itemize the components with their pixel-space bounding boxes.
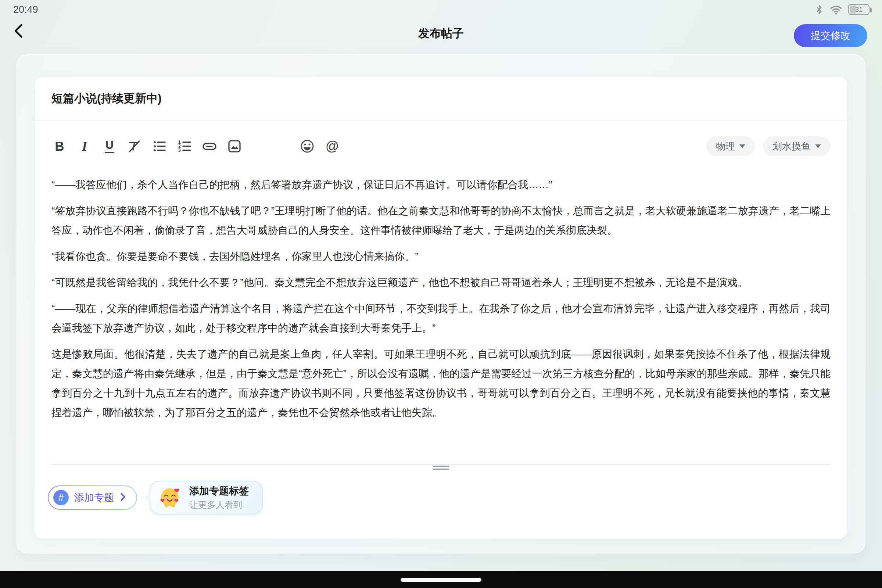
home-indicator[interactable]	[400, 578, 482, 582]
add-topic-button[interactable]: # 添加专题	[48, 486, 137, 510]
page-title: 发布帖子	[0, 26, 882, 41]
svg-text:3: 3	[178, 148, 181, 153]
post-body-editor[interactable]: “——我答应他们，杀个人当作自己的把柄，然后签署放弃遗产协议，保证日后不再追讨。…	[35, 172, 847, 462]
paragraph: “我看你也贪。你要是要命不要钱，去国外隐姓埋名，你家里人也没心情来搞你。”	[51, 247, 831, 266]
drag-handle[interactable]	[433, 466, 449, 471]
paragraph: “——我答应他们，杀个人当作自己的把柄，然后签署放弃遗产协议，保证日后不再追讨。…	[51, 175, 831, 194]
status-icons: 31	[814, 4, 870, 15]
paragraph: “可既然是我爸留给我的，我凭什么不要？”他问。秦文慧完全不想放弃这巨额遗产，他也…	[51, 273, 831, 292]
image-icon[interactable]	[226, 138, 243, 154]
wifi-icon	[830, 4, 842, 15]
post-title-input[interactable]: 短篇小说(持续更新中)	[35, 77, 847, 120]
chevron-right-icon	[119, 492, 126, 504]
chevron-down-icon	[740, 144, 745, 148]
hash-icon: #	[53, 490, 69, 506]
paragraph: “签放弃协议直接跑路不行吗？你也不缺钱了吧？”王理明打断了他的话。他在之前秦文慧…	[51, 201, 831, 240]
editor-bottom-divider	[51, 464, 831, 471]
tooltip-subtitle: 让更多人看到	[189, 499, 249, 511]
add-topic-label: 添加专题	[74, 491, 114, 504]
emoji-icon[interactable]	[299, 138, 315, 154]
bullet-list-icon[interactable]	[152, 138, 168, 154]
add-topic-tooltip[interactable]: 添加专题标签 让更多人看到	[150, 481, 263, 514]
hearts-face-emoji-icon	[158, 485, 182, 510]
link-icon[interactable]	[201, 138, 218, 154]
chevron-down-icon	[815, 144, 821, 148]
paragraph: “——现在，父亲的律师想借着遗产清算这个名目，将遗产拦在这个中间环节，不交到我手…	[51, 299, 831, 338]
post-editor-card: 短篇小说(持续更新中) B I U 123 @ 物理 划水摸鱼	[35, 77, 847, 539]
italic-icon[interactable]: I	[76, 138, 93, 154]
tooltip-title: 添加专题标签	[189, 484, 249, 498]
topic-select[interactable]: 划水摸鱼	[763, 136, 831, 156]
submit-changes-button[interactable]: 提交修改	[794, 24, 867, 47]
paragraph: 这是惨败局面。他很清楚，失去了遗产的自己就是案上鱼肉，任人宰割。可如果王理明不死…	[51, 344, 831, 422]
underline-icon[interactable]: U	[101, 138, 118, 154]
ordered-list-icon[interactable]: 123	[176, 138, 193, 154]
topic-row: # 添加专题	[35, 471, 847, 514]
mention-icon[interactable]: @	[324, 138, 340, 154]
battery-icon: 31	[848, 4, 870, 15]
topic-select-value: 划水摸鱼	[772, 140, 811, 153]
battery-percent: 31	[855, 6, 862, 14]
category-select[interactable]: 物理	[706, 136, 755, 156]
bold-icon[interactable]: B	[51, 138, 68, 154]
category-select-value: 物理	[716, 140, 735, 153]
format-toolbar: B I U 123 @ 物理 划水摸鱼	[35, 120, 847, 172]
clock: 20:49	[13, 4, 38, 15]
status-bar: 20:49 31	[13, 3, 870, 16]
clear-format-icon[interactable]	[126, 138, 142, 154]
bluetooth-icon	[814, 4, 824, 15]
